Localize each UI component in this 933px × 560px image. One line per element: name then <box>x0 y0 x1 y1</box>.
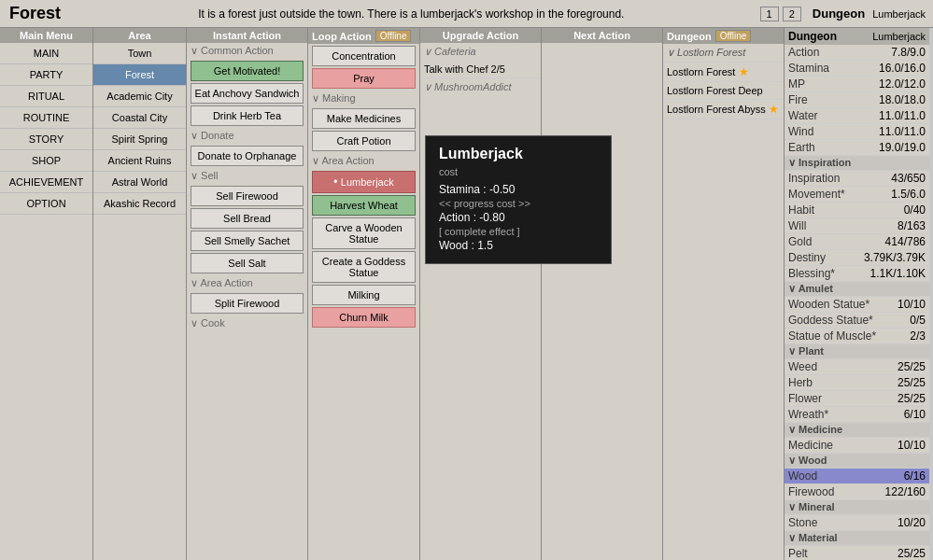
stats-label: Action <box>788 46 819 59</box>
area-header: Area <box>93 28 186 43</box>
loop-btn-craft-potion[interactable]: Craft Potion <box>312 131 416 151</box>
loop-sections: ConcentrationPray∨ MakingMake MedicinesC… <box>308 44 419 329</box>
instant-btn-sell-firewood[interactable]: Sell Firewood <box>191 186 304 206</box>
dungeon-offline-badge[interactable]: Offline <box>715 30 752 42</box>
stats-row-blessing-: Blessing*1.1K/1.10K <box>785 266 929 282</box>
stats-label: Water <box>788 109 818 122</box>
upgrade-item-∨-cafeteria[interactable]: ∨ Cafeteria <box>420 43 541 61</box>
nav-item-option[interactable]: OPTION <box>0 193 92 215</box>
instant-section-label[interactable]: ∨ Cook <box>187 315 307 331</box>
instant-btn-get-motivated![interactable]: Get Motivated! <box>191 61 304 81</box>
instant-btn-donate-to-orphanage[interactable]: Donate to Orphanage <box>191 146 304 166</box>
tooltip-complete: [ complete effect ] <box>439 226 598 237</box>
stats-row-gold: Gold414/786 <box>785 234 929 250</box>
stats-label: Fire <box>788 93 808 106</box>
loop-header-text: Loop Action <box>312 31 372 42</box>
stats-label: Wood <box>788 469 817 483</box>
area-item-ancient-ruins[interactable]: Ancient Ruins <box>93 150 186 172</box>
nav-item-story[interactable]: STORY <box>0 129 92 150</box>
nav-item-achievement[interactable]: ACHIEVEMENT <box>0 172 92 193</box>
stats-value: 6/16 <box>904 469 926 483</box>
instant-section-label[interactable]: ∨ Donate <box>187 128 307 144</box>
loop-section-label[interactable]: ∨ Area Action <box>308 153 419 169</box>
dungeon-item-lostlorn-forest[interactable]: Lostlorn Forest ★ <box>663 63 784 82</box>
loop-btn-harvest-wheat[interactable]: Harvest Wheat <box>312 195 416 216</box>
nav-item-routine[interactable]: ROUTINE <box>0 107 92 129</box>
stats-label: Weed <box>788 360 817 373</box>
nav-item-party[interactable]: PARTY <box>0 64 92 86</box>
loop-btn-lumberjack[interactable]: • Lumberjack <box>312 171 416 193</box>
area-item-akashic-record[interactable]: Akashic Record <box>93 193 186 215</box>
instant-section-label[interactable]: ∨ Common Action <box>187 43 307 59</box>
nav-item-main[interactable]: MAIN <box>0 43 92 64</box>
page-title: Forest <box>0 4 70 23</box>
stats-dungeon-label: Dungeon <box>788 30 837 43</box>
area-item-astral-world[interactable]: Astral World <box>93 172 186 193</box>
loop-section-label[interactable]: ∨ Making <box>308 91 419 106</box>
instant-btn-drink-herb-tea[interactable]: Drink Herb Tea <box>191 105 304 126</box>
dungeon-top-label: Dungeon <box>813 7 865 21</box>
loop-btn-carve-a-wooden-statue[interactable]: Carve a Wooden Statue <box>312 217 416 249</box>
nav-item-ritual[interactable]: RITUAL <box>0 86 92 107</box>
stats-row--plant: ∨ Plant <box>785 344 929 359</box>
area-item-spirit-spring[interactable]: Spirit Spring <box>93 129 186 150</box>
stats-value: 2/3 <box>910 329 926 343</box>
instant-column: Instant Action ∨ Common ActionGet Motiva… <box>187 28 308 560</box>
stats-label: Earth <box>788 141 815 154</box>
instant-btn-split-firewood[interactable]: Split Firewood <box>191 293 304 314</box>
stats-row--material: ∨ Material <box>785 531 929 546</box>
stats-value: 12.0/12.0 <box>879 77 926 91</box>
area-item-academic-city[interactable]: Academic City <box>93 86 186 107</box>
stats-value: 3.79K/3.79K <box>864 251 926 264</box>
stats-row--inspiration: ∨ Inspiration <box>785 156 929 171</box>
loop-btn-create-a-goddess-statue[interactable]: Create a Goddess Statue <box>312 251 416 283</box>
stats-value: 18.0/18.0 <box>879 93 926 106</box>
instant-btn-sell-smelly-sachet[interactable]: Sell Smelly Sachet <box>191 231 304 251</box>
stats-row-statue-of-muscle-: Statue of Muscle*2/3 <box>785 329 929 344</box>
stats-row-flower: Flower25/25 <box>785 391 929 407</box>
instant-btn-sell-salt[interactable]: Sell Salt <box>191 253 304 273</box>
area-item-town[interactable]: Town <box>93 43 186 64</box>
stats-label: Wind <box>788 125 813 138</box>
nav-item-shop[interactable]: SHOP <box>0 150 92 172</box>
stats-value: 25/25 <box>898 360 926 373</box>
upgrade-items: ∨ CafeteriaTalk with Chef 2/5∨ MushroomA… <box>420 43 541 96</box>
loop-column: Loop Action Offline ConcentrationPray∨ M… <box>308 28 420 560</box>
instant-header: Instant Action <box>187 28 307 43</box>
upgrade-item-talk-with-chef-2-5[interactable]: Talk with Chef 2/5 <box>420 61 541 78</box>
upgrade-item-∨-mushroomaddict[interactable]: ∨ MushroomAddict <box>420 78 541 96</box>
upgrade-header: Upgrade Action <box>420 28 541 43</box>
stats-row-medicine: Medicine10/10 <box>785 438 929 454</box>
stats-value: 19.0/19.0 <box>879 141 926 154</box>
btn-2[interactable]: 2 <box>783 7 801 21</box>
stats-row-mp: MP12.0/12.0 <box>785 77 929 92</box>
dungeon-item-lostlorn-forest-abyss[interactable]: Lostlorn Forest Abyss ★ <box>663 100 784 119</box>
area-item-coastal-city[interactable]: Coastal City <box>93 107 186 129</box>
stats-value: 43/650 <box>891 172 926 185</box>
stats-value: 1.5/6.0 <box>891 188 926 201</box>
loop-offline-badge[interactable]: Offline <box>375 30 412 42</box>
loop-btn-milking[interactable]: Milking <box>312 285 416 305</box>
loop-btn-pray[interactable]: Pray <box>312 68 416 89</box>
nav-items: MAINPARTYRITUALROUTINESTORYSHOPACHIEVEME… <box>0 43 92 215</box>
stats-row-destiny: Destiny3.79K/3.79K <box>785 250 929 266</box>
dungeon-item-lostlorn-forest-deep[interactable]: Lostlorn Forest Deep <box>663 82 784 100</box>
dungeon-item-∨-lostlorn-forest[interactable]: ∨ Lostlorn Forest <box>663 44 784 63</box>
loop-btn-make-medicines[interactable]: Make Medicines <box>312 108 416 129</box>
btn-1[interactable]: 1 <box>760 7 779 21</box>
loop-btn-concentration[interactable]: Concentration <box>312 46 416 66</box>
stats-label: Flower <box>788 392 822 405</box>
instant-btn-eat-anchovy-sandwich[interactable]: Eat Anchovy Sandwich <box>191 83 304 104</box>
instant-section-label[interactable]: ∨ Area Action <box>187 275 307 291</box>
dungeon-header-text: Dungeon <box>667 31 712 42</box>
area-column: Area TownForestAcademic CityCoastal City… <box>93 28 187 560</box>
instant-btn-sell-bread[interactable]: Sell Bread <box>191 208 304 229</box>
next-header: Next Action <box>542 28 662 43</box>
stats-label: Habit <box>788 203 814 217</box>
stats-row--wood: ∨ Wood <box>785 454 929 469</box>
loop-btn-churn-milk[interactable]: Churn Milk <box>312 307 416 328</box>
instant-section-label[interactable]: ∨ Sell <box>187 168 307 184</box>
stats-value: 11.0/11.0 <box>879 125 926 138</box>
stats-label: Wreath* <box>788 408 828 421</box>
area-item-forest[interactable]: Forest <box>93 64 186 86</box>
